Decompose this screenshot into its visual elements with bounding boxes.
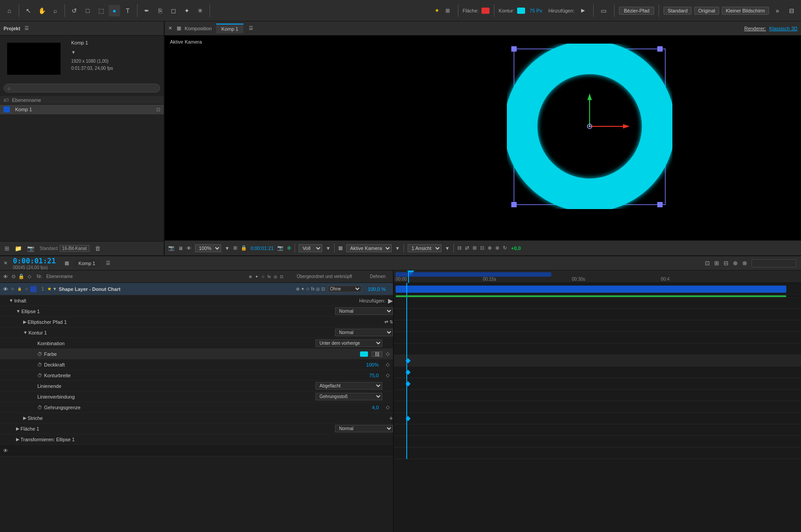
kontur1-mode[interactable]: Normal (335, 329, 393, 336)
quality-select[interactable]: Voll Halb (299, 244, 322, 252)
project-item-komp1[interactable]: Komp 1 ⊡ (0, 105, 164, 114)
lr-icon-5[interactable]: ◎ (316, 286, 320, 291)
transform-ellipse-collapse[interactable]: ▶ (16, 437, 20, 442)
comp-tab[interactable]: Komp 1 (216, 24, 244, 33)
text-tool[interactable]: T (122, 5, 134, 16)
lr-icon-1[interactable]: ⊕ (296, 286, 299, 291)
tree-item-elliptic-path[interactable]: ▶ Elliptischer Pfad 1 ⇄ ⇅ (0, 317, 393, 327)
farbe-swatch[interactable] (360, 351, 368, 357)
kombination-select[interactable]: Unter dem vorherige (316, 339, 382, 347)
new-folder-btn[interactable]: 📁 (13, 244, 24, 253)
tree-item-flaeche1[interactable]: ▶ Fläche 1 Normal (0, 423, 393, 434)
camera-select[interactable]: Aktive Kamera (346, 244, 392, 252)
inhalt-add-btn[interactable]: ▶ (388, 297, 393, 304)
timeline-timecode[interactable]: 0:00:01:21 (13, 257, 56, 265)
rotate-tool[interactable]: ↺ (69, 5, 80, 16)
layer-shy-1[interactable]: ◇ (23, 287, 30, 291)
icon-1[interactable]: ⇄ (384, 319, 388, 324)
tree-item-striche[interactable]: ▶ Striche + (0, 413, 393, 423)
camera-snapshot[interactable]: 📷 (277, 245, 283, 251)
home-icon[interactable]: ⌂ (4, 5, 15, 16)
project-search-input[interactable] (12, 85, 156, 91)
snapshot-btn[interactable]: 📷 (168, 245, 174, 251)
project-search-bar[interactable]: ⌕ (4, 84, 160, 93)
add-menu-btn[interactable]: ▶ (577, 5, 589, 16)
deckkraft-stopwatch[interactable]: ⏱ (37, 362, 42, 367)
layer-solo-1[interactable]: ⊙ (9, 287, 16, 291)
layer-row-1[interactable]: 👁 ⊙ 🔒 ◇ 1 ★ ▼ Shape Layer - Donut Chart … (0, 283, 393, 295)
mask-tool[interactable]: ⬚ (95, 5, 107, 16)
lr-icon-6[interactable]: ⊡ (321, 286, 325, 291)
flow-btn[interactable]: ⇄ (465, 245, 469, 251)
chevron-right-icon[interactable]: » (772, 5, 783, 16)
gehrung-keyframe-btn[interactable]: ◇ (382, 404, 393, 410)
layer-lock-1[interactable]: 🔒 (16, 287, 23, 291)
flaeche1-mode[interactable]: Normal (335, 425, 393, 432)
timeline-tool-1[interactable]: ⊡ (704, 259, 711, 267)
stroke-color-swatch[interactable] (517, 8, 525, 14)
new-comp-btn[interactable]: ⊞ (3, 244, 11, 253)
small-screen-btn[interactable]: Kleiner Bildschirm (722, 7, 769, 15)
renderer-value[interactable]: Klassisch 3D (769, 26, 797, 31)
konturbreite-keyframe-btn[interactable]: ◇ (382, 372, 393, 378)
zoom-select[interactable]: 100% 50% 200% (195, 244, 221, 252)
konturbreite-stopwatch[interactable]: ⏱ (37, 373, 42, 378)
chevron-zoom[interactable]: ▼ (225, 246, 230, 251)
comp-dropdown-arrow[interactable]: ▼ (71, 50, 76, 55)
linienende-select[interactable]: Abgeflacht (316, 382, 382, 390)
flaeche1-collapse[interactable]: ▶ (16, 426, 20, 431)
bit-depth-btn[interactable]: 16-Bit-Kanal (60, 245, 89, 252)
zoom-tool[interactable]: ⌕ (49, 5, 61, 16)
pen-tool[interactable]: ✒ (141, 5, 153, 16)
farbe-stopwatch[interactable]: ⏱ (37, 351, 42, 357)
grid-icon[interactable]: ⊞ (442, 5, 453, 16)
extra-tool[interactable]: ✳ (194, 5, 206, 16)
farbe-keyframe-btn[interactable]: ◇ (382, 351, 393, 357)
kontur1-collapse[interactable]: ▼ (23, 330, 28, 335)
import-btn[interactable]: 📷 (25, 244, 36, 253)
timeline-tab-label[interactable]: Komp 1 (74, 259, 100, 267)
timeline-tool-3[interactable]: ⊟ (722, 259, 730, 267)
select-tool[interactable]: ↖ (23, 5, 34, 16)
icon-2[interactable]: ⇅ (389, 319, 393, 324)
layer-star-1[interactable]: ★ (47, 286, 52, 292)
gehrung-stopwatch[interactable]: ⏱ (37, 405, 42, 410)
konturbreite-value[interactable]: 75,0 (369, 373, 379, 378)
lr-icon-4[interactable]: fx (311, 286, 315, 291)
elliptic-path-arrow[interactable]: ▶ (23, 319, 27, 324)
lock-btn[interactable]: 🔒 (241, 245, 247, 251)
color-wheel[interactable]: ⊕ (287, 245, 291, 251)
layer-eye-1[interactable]: 👁 (2, 286, 9, 292)
bezier-path-btn[interactable]: Bézier-Pfad (619, 7, 654, 15)
monitor-btn[interactable]: 🖥 (178, 246, 183, 251)
grid-comp-btn[interactable]: ⊞ (473, 245, 477, 251)
inhalt-collapse[interactable]: ▼ (9, 298, 13, 303)
tree-item-kontur1[interactable]: ▼ Kontur 1 Normal (0, 327, 393, 338)
tree-item-inhalt[interactable]: ▼ Inhalt Hinzufügen: ▶ (0, 295, 393, 306)
eraser-tool[interactable]: ◻ (168, 5, 179, 16)
reset-btn[interactable]: ↻ (503, 245, 507, 251)
lr-icon-2[interactable]: ✦ (301, 286, 304, 291)
lr-icon-3[interactable]: ☆ (306, 286, 310, 291)
gehrungsgrenze-value[interactable]: 4,0 (372, 405, 379, 410)
timeline-menu-icon[interactable]: ☰ (106, 260, 110, 266)
ellipse-tool[interactable]: ● (109, 5, 120, 16)
guides-btn[interactable]: ⊡ (480, 245, 484, 251)
layout-btn[interactable]: ⊟ (457, 245, 461, 251)
timeline-close-btn[interactable]: ✕ (4, 260, 8, 266)
deckkraft-keyframe-btn[interactable]: ◇ (382, 362, 393, 367)
rect-shape-icon[interactable]: ▭ (598, 5, 610, 16)
timeline-search-btn[interactable] (750, 258, 797, 268)
project-menu-icon[interactable]: ☰ (24, 25, 29, 31)
overlay-btn[interactable]: ⊕ (488, 245, 492, 251)
timeline-tool-5[interactable]: ⊗ (741, 259, 748, 267)
timeline-search-input[interactable] (752, 259, 796, 267)
striche-collapse[interactable]: ▶ (23, 415, 27, 420)
3d-btn[interactable]: ⊗ (495, 245, 499, 251)
eye-btn[interactable]: 👁 (186, 246, 191, 251)
parent-select-1[interactable]: Ohne (328, 286, 361, 292)
comp-menu-icon[interactable]: ☰ (249, 25, 253, 31)
hand-tool[interactable]: ✋ (36, 5, 48, 16)
comp-close-btn[interactable]: ✕ (168, 25, 172, 31)
fit-btn[interactable]: ⊞ (233, 245, 237, 251)
